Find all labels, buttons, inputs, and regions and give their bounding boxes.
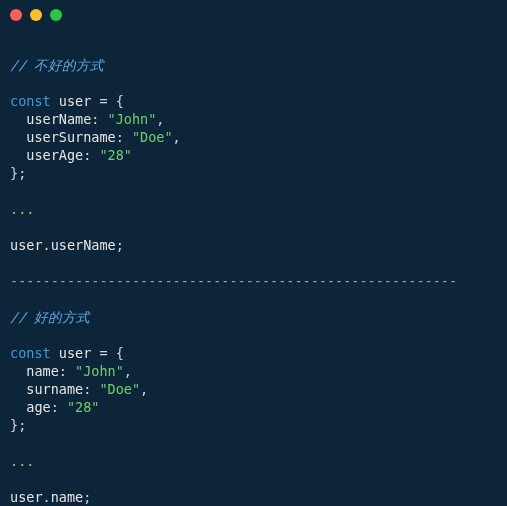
prop-key: userSurname [26,129,115,145]
ellipsis: ... [10,453,34,469]
string-value: "Doe" [132,129,173,145]
punct-close-brace: }; [10,165,26,181]
prop-key: userAge [26,147,83,163]
punct-close-brace: }; [10,417,26,433]
comment-bad: // 不好的方式 [10,57,104,73]
code-block: // 不好的方式 const user = { userName: "John"… [0,30,507,506]
punct-eq-open: = { [91,93,124,109]
member-access: userName [51,237,116,253]
prop-key: surname [26,381,83,397]
string-value: "28" [67,399,100,415]
punct-colon: : [59,363,67,379]
punct-comma: , [156,111,164,127]
close-icon[interactable] [10,9,22,21]
punct-dot: . [43,489,51,505]
maximize-icon[interactable] [50,9,62,21]
divider-line: ----------------------------------------… [10,273,457,289]
string-value: "John" [75,363,124,379]
prop-key: age [26,399,50,415]
identifier-user: user [10,489,43,505]
code-window: // 不好的方式 const user = { userName: "John"… [0,0,507,506]
keyword-const: const [10,345,51,361]
punct-colon: : [51,399,59,415]
punct-comma: , [124,363,132,379]
identifier-user: user [59,345,92,361]
comment-good: // 好的方式 [10,309,90,325]
window-titlebar [0,0,507,30]
string-value: "John" [108,111,157,127]
string-value: "Doe" [99,381,140,397]
ellipsis: ... [10,201,34,217]
punct-dot: . [43,237,51,253]
member-access: name [51,489,84,505]
minimize-icon[interactable] [30,9,42,21]
keyword-const: const [10,93,51,109]
identifier-user: user [59,93,92,109]
prop-key: name [26,363,59,379]
punct-comma: , [173,129,181,145]
prop-key: userName [26,111,91,127]
string-value: "28" [99,147,132,163]
identifier-user: user [10,237,43,253]
punct-colon: : [91,111,99,127]
punct-colon: : [83,381,91,397]
punct-comma: , [140,381,148,397]
punct-colon: : [83,147,91,163]
punct-colon: : [116,129,124,145]
punct-semicolon: ; [83,489,91,505]
punct-semicolon: ; [116,237,124,253]
punct-eq-open: = { [91,345,124,361]
